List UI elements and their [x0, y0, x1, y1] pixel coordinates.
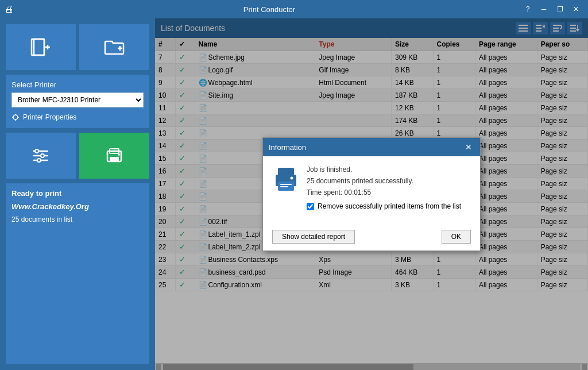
svg-point-43: [291, 177, 293, 180]
printer-properties-button[interactable]: Printer Properties: [11, 112, 76, 122]
watermark-text: Www.Crackedkey.Org: [11, 202, 144, 211]
ok-button[interactable]: OK: [442, 230, 471, 244]
add-folder-button[interactable]: [79, 24, 149, 70]
svg-rect-1: [34, 39, 44, 55]
action-buttons: [6, 24, 149, 70]
svg-point-20: [118, 153, 120, 156]
modal-line3: Time spent: 00:01:55: [307, 188, 471, 196]
printer-properties-label: Printer Properties: [23, 113, 76, 121]
show-report-button[interactable]: Show detailed report: [272, 230, 355, 244]
svg-rect-42: [280, 186, 288, 187]
modal-printer-icon: [272, 165, 300, 216]
doc-count: 25 documents in list: [11, 215, 144, 223]
minimize-button[interactable]: ─: [536, 3, 551, 16]
modal-buttons: Show detailed report OK: [263, 225, 480, 250]
svg-point-15: [41, 154, 44, 157]
status-label: Ready to print: [11, 189, 144, 198]
status-section: Ready to print Www.Crackedkey.Org 25 doc…: [6, 183, 149, 364]
doc-list-area: List of Documents: [155, 18, 588, 370]
print-button[interactable]: [79, 133, 149, 179]
modal-header: Information ✕: [263, 138, 480, 156]
help-button[interactable]: ?: [520, 3, 535, 16]
settings-buttons: [6, 133, 149, 179]
remove-printed-checkbox[interactable]: [307, 203, 314, 210]
svg-rect-41: [280, 184, 292, 185]
maximize-button[interactable]: ❐: [552, 3, 567, 16]
modal-checkbox-row: Remove successfully printed items from t…: [307, 202, 471, 210]
add-files-button[interactable]: [6, 24, 76, 70]
remove-printed-label[interactable]: Remove successfully printed items from t…: [318, 202, 461, 210]
modal-content: Job is finished. 25 documents printed su…: [307, 165, 471, 216]
main-layout: Select Printer Brother MFC-J2310 Printer…: [0, 18, 588, 370]
settings-button[interactable]: [6, 133, 76, 179]
modal-line2: 25 documents printed successfully.: [307, 177, 471, 185]
app-title: Print Conductor: [18, 5, 520, 14]
sidebar: Select Printer Brother MFC-J2310 Printer…: [0, 18, 155, 370]
select-printer-label: Select Printer: [11, 80, 144, 89]
information-modal: Information ✕: [262, 137, 481, 251]
svg-point-16: [37, 159, 41, 162]
app-icon: 🖨: [5, 4, 14, 14]
svg-point-6: [13, 115, 18, 120]
title-bar: 🖨 Print Conductor ? ─ ❐ ✕: [0, 0, 588, 18]
modal-close-button[interactable]: ✕: [463, 141, 474, 153]
title-bar-controls: ? ─ ❐ ✕: [520, 3, 583, 16]
printer-section: Select Printer Brother MFC-J2310 Printer…: [6, 75, 149, 128]
modal-title: Information: [269, 143, 306, 152]
modal-overlay: Information ✕: [155, 18, 588, 370]
modal-line1: Job is finished.: [307, 165, 471, 174]
svg-rect-19: [110, 157, 119, 161]
close-button[interactable]: ✕: [568, 3, 583, 16]
svg-point-14: [35, 149, 38, 153]
printer-select[interactable]: Brother MFC-J2310 Printer: [11, 92, 144, 107]
modal-body: Job is finished. 25 documents printed su…: [263, 156, 480, 225]
